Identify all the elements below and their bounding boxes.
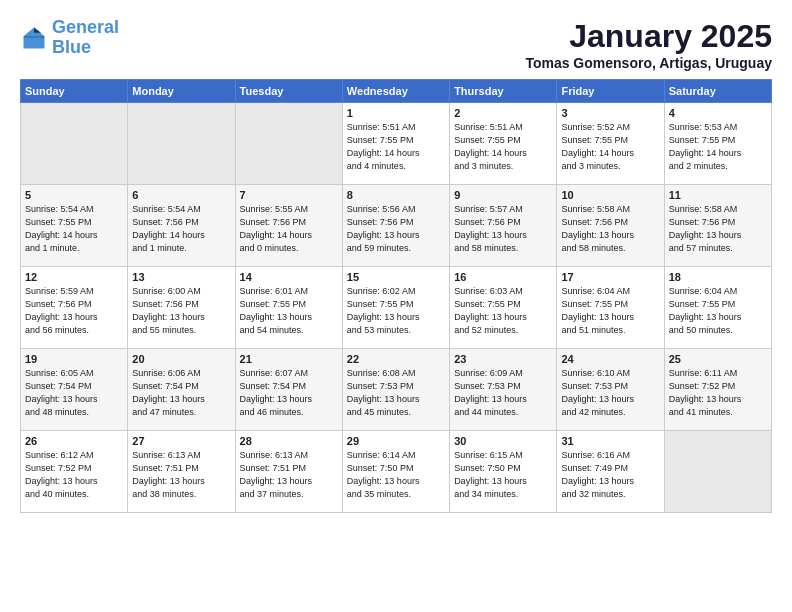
day-info: Sunrise: 6:05 AM Sunset: 7:54 PM Dayligh…	[25, 367, 123, 419]
weekday-header-tuesday: Tuesday	[235, 80, 342, 103]
day-info: Sunrise: 5:51 AM Sunset: 7:55 PM Dayligh…	[347, 121, 445, 173]
day-number: 20	[132, 353, 230, 365]
logo-icon	[20, 24, 48, 52]
day-number: 24	[561, 353, 659, 365]
calendar-cell: 30Sunrise: 6:15 AM Sunset: 7:50 PM Dayli…	[450, 431, 557, 513]
day-info: Sunrise: 6:16 AM Sunset: 7:49 PM Dayligh…	[561, 449, 659, 501]
calendar-cell: 15Sunrise: 6:02 AM Sunset: 7:55 PM Dayli…	[342, 267, 449, 349]
day-info: Sunrise: 5:53 AM Sunset: 7:55 PM Dayligh…	[669, 121, 767, 173]
day-info: Sunrise: 5:56 AM Sunset: 7:56 PM Dayligh…	[347, 203, 445, 255]
month-title: January 2025	[525, 18, 772, 55]
day-number: 16	[454, 271, 552, 283]
day-number: 30	[454, 435, 552, 447]
day-info: Sunrise: 6:11 AM Sunset: 7:52 PM Dayligh…	[669, 367, 767, 419]
calendar-week-row: 1Sunrise: 5:51 AM Sunset: 7:55 PM Daylig…	[21, 103, 772, 185]
page: General Blue January 2025 Tomas Gomensor…	[0, 0, 792, 523]
calendar-cell: 13Sunrise: 6:00 AM Sunset: 7:56 PM Dayli…	[128, 267, 235, 349]
day-number: 19	[25, 353, 123, 365]
logo-general: General	[52, 17, 119, 37]
logo-text: General Blue	[52, 18, 119, 58]
calendar-cell: 24Sunrise: 6:10 AM Sunset: 7:53 PM Dayli…	[557, 349, 664, 431]
calendar-cell: 9Sunrise: 5:57 AM Sunset: 7:56 PM Daylig…	[450, 185, 557, 267]
calendar-cell: 16Sunrise: 6:03 AM Sunset: 7:55 PM Dayli…	[450, 267, 557, 349]
day-info: Sunrise: 6:04 AM Sunset: 7:55 PM Dayligh…	[561, 285, 659, 337]
calendar-cell: 19Sunrise: 6:05 AM Sunset: 7:54 PM Dayli…	[21, 349, 128, 431]
day-info: Sunrise: 5:57 AM Sunset: 7:56 PM Dayligh…	[454, 203, 552, 255]
calendar-cell: 4Sunrise: 5:53 AM Sunset: 7:55 PM Daylig…	[664, 103, 771, 185]
day-info: Sunrise: 6:10 AM Sunset: 7:53 PM Dayligh…	[561, 367, 659, 419]
day-number: 10	[561, 189, 659, 201]
weekday-header-saturday: Saturday	[664, 80, 771, 103]
day-number: 4	[669, 107, 767, 119]
day-info: Sunrise: 6:00 AM Sunset: 7:56 PM Dayligh…	[132, 285, 230, 337]
calendar-cell	[128, 103, 235, 185]
day-number: 2	[454, 107, 552, 119]
day-info: Sunrise: 6:04 AM Sunset: 7:55 PM Dayligh…	[669, 285, 767, 337]
weekday-header-wednesday: Wednesday	[342, 80, 449, 103]
calendar-week-row: 19Sunrise: 6:05 AM Sunset: 7:54 PM Dayli…	[21, 349, 772, 431]
day-info: Sunrise: 6:02 AM Sunset: 7:55 PM Dayligh…	[347, 285, 445, 337]
day-info: Sunrise: 5:52 AM Sunset: 7:55 PM Dayligh…	[561, 121, 659, 173]
day-number: 14	[240, 271, 338, 283]
calendar-cell: 22Sunrise: 6:08 AM Sunset: 7:53 PM Dayli…	[342, 349, 449, 431]
day-number: 25	[669, 353, 767, 365]
day-info: Sunrise: 6:01 AM Sunset: 7:55 PM Dayligh…	[240, 285, 338, 337]
day-info: Sunrise: 6:07 AM Sunset: 7:54 PM Dayligh…	[240, 367, 338, 419]
calendar-cell: 11Sunrise: 5:58 AM Sunset: 7:56 PM Dayli…	[664, 185, 771, 267]
calendar-cell: 6Sunrise: 5:54 AM Sunset: 7:56 PM Daylig…	[128, 185, 235, 267]
calendar-cell: 20Sunrise: 6:06 AM Sunset: 7:54 PM Dayli…	[128, 349, 235, 431]
calendar-cell: 21Sunrise: 6:07 AM Sunset: 7:54 PM Dayli…	[235, 349, 342, 431]
day-number: 6	[132, 189, 230, 201]
weekday-header-friday: Friday	[557, 80, 664, 103]
header: General Blue January 2025 Tomas Gomensor…	[20, 18, 772, 71]
calendar-week-row: 12Sunrise: 5:59 AM Sunset: 7:56 PM Dayli…	[21, 267, 772, 349]
calendar-cell: 28Sunrise: 6:13 AM Sunset: 7:51 PM Dayli…	[235, 431, 342, 513]
day-info: Sunrise: 5:58 AM Sunset: 7:56 PM Dayligh…	[669, 203, 767, 255]
calendar-cell: 5Sunrise: 5:54 AM Sunset: 7:55 PM Daylig…	[21, 185, 128, 267]
day-info: Sunrise: 6:15 AM Sunset: 7:50 PM Dayligh…	[454, 449, 552, 501]
svg-rect-2	[24, 36, 45, 38]
day-number: 9	[454, 189, 552, 201]
calendar-cell: 12Sunrise: 5:59 AM Sunset: 7:56 PM Dayli…	[21, 267, 128, 349]
day-number: 27	[132, 435, 230, 447]
day-info: Sunrise: 6:08 AM Sunset: 7:53 PM Dayligh…	[347, 367, 445, 419]
day-number: 31	[561, 435, 659, 447]
day-info: Sunrise: 5:58 AM Sunset: 7:56 PM Dayligh…	[561, 203, 659, 255]
calendar-cell: 23Sunrise: 6:09 AM Sunset: 7:53 PM Dayli…	[450, 349, 557, 431]
day-number: 17	[561, 271, 659, 283]
day-number: 26	[25, 435, 123, 447]
calendar-cell: 10Sunrise: 5:58 AM Sunset: 7:56 PM Dayli…	[557, 185, 664, 267]
calendar-cell: 7Sunrise: 5:55 AM Sunset: 7:56 PM Daylig…	[235, 185, 342, 267]
day-info: Sunrise: 5:54 AM Sunset: 7:55 PM Dayligh…	[25, 203, 123, 255]
calendar-cell: 17Sunrise: 6:04 AM Sunset: 7:55 PM Dayli…	[557, 267, 664, 349]
calendar-cell: 26Sunrise: 6:12 AM Sunset: 7:52 PM Dayli…	[21, 431, 128, 513]
calendar-cell: 29Sunrise: 6:14 AM Sunset: 7:50 PM Dayli…	[342, 431, 449, 513]
day-info: Sunrise: 5:55 AM Sunset: 7:56 PM Dayligh…	[240, 203, 338, 255]
day-number: 8	[347, 189, 445, 201]
day-number: 12	[25, 271, 123, 283]
day-number: 1	[347, 107, 445, 119]
location-subtitle: Tomas Gomensoro, Artigas, Uruguay	[525, 55, 772, 71]
weekday-header-row: SundayMondayTuesdayWednesdayThursdayFrid…	[21, 80, 772, 103]
day-info: Sunrise: 6:12 AM Sunset: 7:52 PM Dayligh…	[25, 449, 123, 501]
day-number: 7	[240, 189, 338, 201]
day-number: 28	[240, 435, 338, 447]
day-number: 5	[25, 189, 123, 201]
calendar-cell: 2Sunrise: 5:51 AM Sunset: 7:55 PM Daylig…	[450, 103, 557, 185]
calendar-cell	[235, 103, 342, 185]
day-number: 29	[347, 435, 445, 447]
day-number: 15	[347, 271, 445, 283]
calendar-cell	[21, 103, 128, 185]
day-number: 11	[669, 189, 767, 201]
day-number: 18	[669, 271, 767, 283]
calendar-week-row: 5Sunrise: 5:54 AM Sunset: 7:55 PM Daylig…	[21, 185, 772, 267]
calendar-cell: 27Sunrise: 6:13 AM Sunset: 7:51 PM Dayli…	[128, 431, 235, 513]
weekday-header-monday: Monday	[128, 80, 235, 103]
day-info: Sunrise: 5:59 AM Sunset: 7:56 PM Dayligh…	[25, 285, 123, 337]
day-info: Sunrise: 6:14 AM Sunset: 7:50 PM Dayligh…	[347, 449, 445, 501]
day-info: Sunrise: 5:51 AM Sunset: 7:55 PM Dayligh…	[454, 121, 552, 173]
day-number: 3	[561, 107, 659, 119]
logo-blue: Blue	[52, 37, 91, 57]
calendar-cell: 31Sunrise: 6:16 AM Sunset: 7:49 PM Dayli…	[557, 431, 664, 513]
day-number: 13	[132, 271, 230, 283]
